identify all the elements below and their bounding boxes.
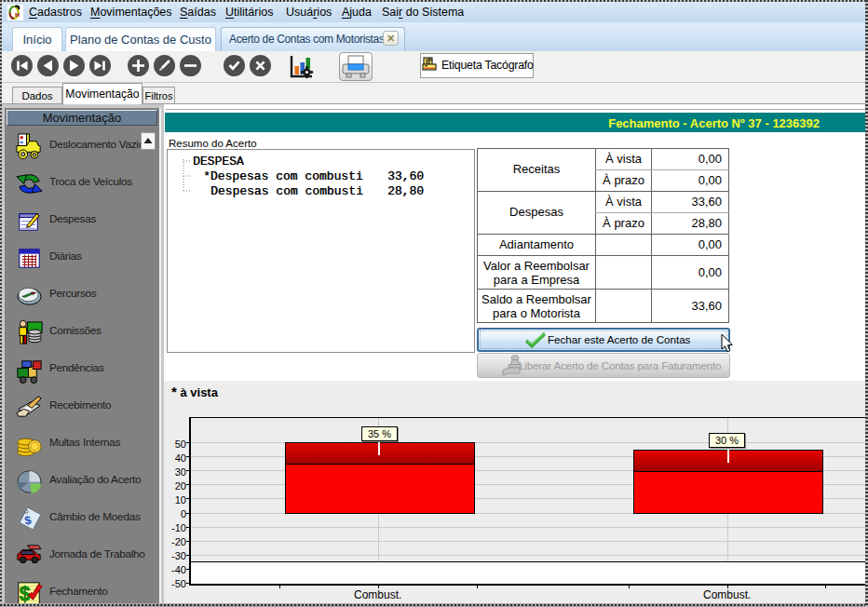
- svg-text:M: M: [15, 12, 20, 18]
